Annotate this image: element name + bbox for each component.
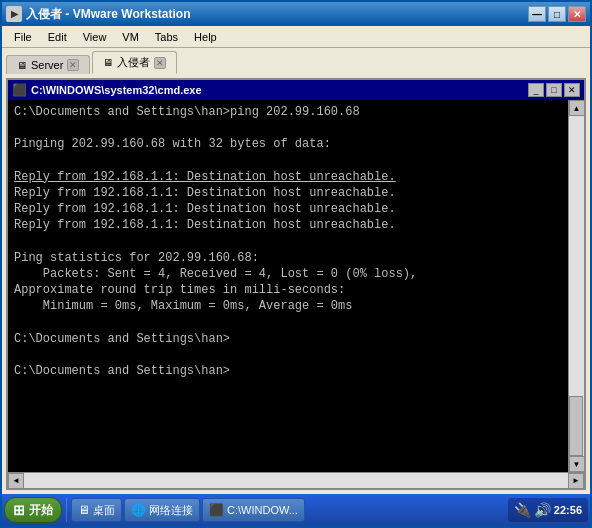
cmd-line: C:\Documents and Settings\han> (14, 332, 230, 346)
system-tray: 🔌 🔊 22:56 (508, 498, 588, 522)
desktop-icon: 🖥 (78, 503, 90, 517)
start-button[interactable]: ⊞ 开始 (4, 497, 62, 523)
cmd-line: Pinging 202.99.160.68 with 32 bytes of d… (14, 137, 331, 151)
tab-intruder-close[interactable]: ✕ (154, 57, 166, 69)
tray-sound-icon: 🔊 (534, 502, 551, 518)
close-button[interactable]: ✕ (568, 6, 586, 22)
maximize-button[interactable]: □ (548, 6, 566, 22)
cmd-icon: ⬛ (12, 83, 27, 97)
cmd-minimize-button[interactable]: _ (528, 83, 544, 97)
window-controls: — □ ✕ (528, 6, 586, 22)
cmd-content-area: C:\Documents and Settings\han>ping 202.9… (8, 100, 584, 472)
tab-intruder-label: 入侵者 (117, 55, 150, 70)
hscroll-track[interactable] (24, 473, 568, 488)
title-bar: ▶ 入侵者 - VMware Workstation — □ ✕ (2, 2, 590, 26)
taskbar-divider (66, 498, 67, 522)
menu-tabs[interactable]: Tabs (147, 29, 186, 45)
scroll-thumb[interactable] (569, 396, 583, 456)
tab-server-icon: 🖥 (17, 60, 27, 71)
taskbar-network-label: 网络连接 (149, 503, 193, 518)
tray-network-icon: 🔌 (514, 502, 531, 518)
main-window: ▶ 入侵者 - VMware Workstation — □ ✕ File Ed… (0, 0, 592, 528)
menu-help[interactable]: Help (186, 29, 225, 45)
tab-server-close[interactable]: ✕ (67, 59, 79, 71)
cmd-close-button[interactable]: ✕ (564, 83, 580, 97)
menu-bar: File Edit View VM Tabs Help (2, 26, 590, 48)
tab-intruder-icon: 🖥 (103, 57, 113, 68)
cmd-line: C:\Documents and Settings\han>ping 202.9… (14, 105, 360, 119)
cmd-line: Ping statistics for 202.99.160.68: (14, 251, 259, 265)
cmd-title-text: C:\WINDOWS\system32\cmd.exe (31, 84, 528, 96)
taskbar-desktop-button[interactable]: 🖥 桌面 (71, 498, 122, 522)
cmd-title-bar: ⬛ C:\WINDOWS\system32\cmd.exe _ □ ✕ (8, 80, 584, 100)
cmd-output[interactable]: C:\Documents and Settings\han>ping 202.9… (8, 100, 568, 472)
taskbar-cmd-button[interactable]: ⬛ C:\WINDOW... (202, 498, 305, 522)
cmd-line: Packets: Sent = 4, Received = 4, Lost = … (14, 267, 417, 281)
cmd-line: C:\Documents and Settings\han> (14, 364, 230, 378)
window-title: 入侵者 - VMware Workstation (26, 6, 528, 23)
taskbar-desktop-label: 桌面 (93, 503, 115, 518)
windows-logo: ⊞ (13, 502, 25, 518)
cmd-window: ⬛ C:\WINDOWS\system32\cmd.exe _ □ ✕ C:\D… (6, 78, 586, 490)
scroll-down-button[interactable]: ▼ (569, 456, 585, 472)
start-label: 开始 (29, 502, 53, 519)
taskbar: ⊞ 开始 🖥 桌面 🌐 网络连接 ⬛ C:\WINDOW... 🔌 🔊 22:5… (2, 494, 590, 526)
cmd-line: Reply from 192.168.1.1: Destination host… (14, 186, 396, 200)
scroll-track[interactable] (569, 116, 584, 456)
cmd-line: Minimum = 0ms, Maximum = 0ms, Average = … (14, 299, 352, 313)
hscroll-left-button[interactable]: ◄ (8, 473, 24, 489)
minimize-button[interactable]: — (528, 6, 546, 22)
hscroll-right-button[interactable]: ► (568, 473, 584, 489)
taskbar-network-button[interactable]: 🌐 网络连接 (124, 498, 200, 522)
scroll-up-button[interactable]: ▲ (569, 100, 585, 116)
cmd-maximize-button[interactable]: □ (546, 83, 562, 97)
tab-intruder[interactable]: 🖥 入侵者 ✕ (92, 51, 177, 74)
cmd-window-controls: _ □ ✕ (528, 83, 580, 97)
menu-vm[interactable]: VM (114, 29, 147, 45)
app-icon: ▶ (6, 6, 22, 22)
menu-view[interactable]: View (75, 29, 115, 45)
cmd-line: Approximate round trip times in milli-se… (14, 283, 345, 297)
taskbar-cmd-label: C:\WINDOW... (227, 504, 298, 516)
menu-file[interactable]: File (6, 29, 40, 45)
network-icon: 🌐 (131, 503, 146, 517)
cmd-line: Reply from 192.168.1.1: Destination host… (14, 218, 396, 232)
tab-bar: 🖥 Server ✕ 🖥 入侵者 ✕ (2, 48, 590, 74)
menu-edit[interactable]: Edit (40, 29, 75, 45)
tab-server-label: Server (31, 59, 63, 71)
cmd-line: Reply from 192.168.1.1: Destination host… (14, 202, 396, 216)
tab-server[interactable]: 🖥 Server ✕ (6, 55, 90, 74)
cmd-line-underlined: Reply from 192.168.1.1: Destination host… (14, 170, 396, 184)
tray-time: 22:56 (554, 504, 582, 516)
vertical-scrollbar[interactable]: ▲ ▼ (568, 100, 584, 472)
cmd-taskbar-icon: ⬛ (209, 503, 224, 517)
horizontal-scrollbar[interactable]: ◄ ► (8, 472, 584, 488)
